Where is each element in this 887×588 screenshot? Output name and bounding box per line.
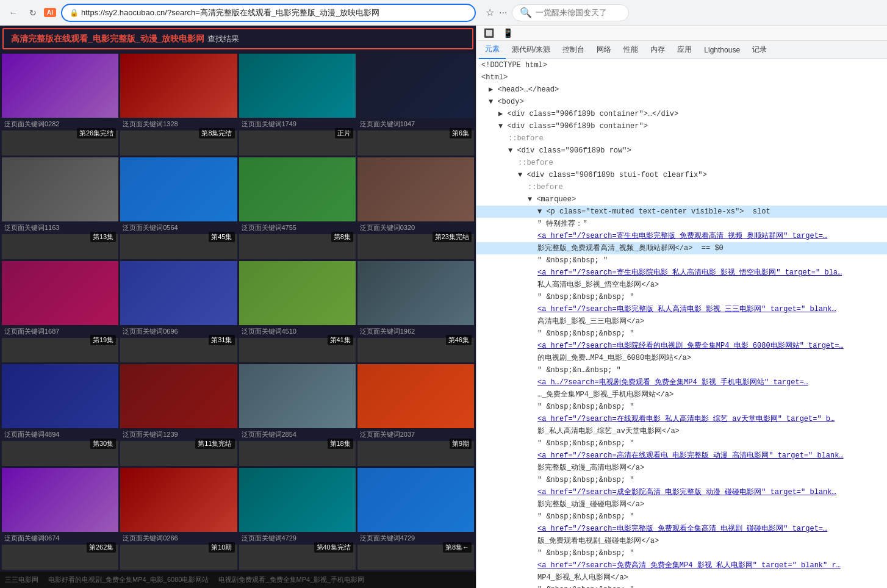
code-line: ▶ <div class="906f189b container">…</div… [476, 108, 887, 120]
video-thumbnail [357, 261, 474, 325]
code-line: " &nbsp;&nbsp;&nbsp; " [476, 584, 887, 588]
video-badge: 第11集完结 [195, 439, 234, 449]
video-badge: 第26集完结 [77, 128, 116, 138]
code-line[interactable]: 影完整版_免费观看高清_视频_奥顺站群网</a> == $0 [476, 242, 887, 254]
video-card[interactable]: 第262集泛页面关键词0674 [2, 468, 118, 570]
code-line: " &nbsp;&n…&nbsp; " [476, 364, 887, 376]
code-line: 的电视剧_免费…MP4_电影_6080电影网站</a> [476, 352, 887, 364]
video-thumbnail [239, 468, 356, 532]
video-card[interactable]: 第30集泛页面关键词4894 [2, 364, 118, 466]
bookmark-button[interactable]: ☆ [486, 7, 494, 18]
video-card[interactable]: 第40集完结泛页面关键词4729 [239, 468, 356, 570]
code-line: <a href="/?search=电影完整版_私人高清电影_影视_三三电影网"… [476, 303, 887, 315]
code-line: ▼ <div class="906f189b row"> [476, 145, 887, 157]
video-card[interactable]: 第18集泛页面关键词2854 [239, 364, 356, 466]
code-line: " &nbsp;&nbsp;&nbsp; " [476, 291, 887, 303]
code-line: <a href="/?search=寄生虫电影完整版_免费观看高清_视频_奥顺站… [476, 230, 887, 242]
code-line: <a href="/?search=在线观看电影_私人高清电影_综艺_av天堂电… [476, 413, 887, 425]
video-badge: 第41集 [328, 335, 353, 345]
video-badge: 第19集 [90, 335, 116, 345]
video-card[interactable]: 第8集←泛页面关键词4729 [357, 468, 474, 570]
code-line: " &nbsp;&nbsp;&nbsp; " [476, 328, 887, 340]
devtools-tab-------[interactable]: 源代码/来源 [506, 41, 556, 59]
code-line: " &nbsp;&nbsp;&nbsp; " [476, 547, 887, 559]
video-card[interactable]: 第13集泛页面关键词1163 [2, 157, 118, 259]
devtools-tab---[interactable]: 应用 [671, 41, 698, 59]
video-card[interactable]: 第41集泛页面关键词4510 [239, 261, 356, 363]
video-thumbnail [239, 261, 356, 325]
bottom-link[interactable]: 电视剧免费观看_免费全集MP4_影视_手机电影网 [218, 575, 364, 584]
bottom-link[interactable]: 电影好看的电视剧_免费全集MP4_电影_6080电影网站 [48, 575, 209, 584]
bottom-link[interactable]: 三三电影网 [5, 575, 38, 584]
search-input[interactable] [536, 8, 621, 17]
devtools-code-area[interactable]: <!DOCTYPE html><html>▶ <head>…</head>▼ <… [476, 59, 887, 588]
video-card[interactable]: 第10期泛页面关键词0266 [120, 468, 237, 570]
back-button[interactable]: ← [5, 4, 22, 21]
video-card[interactable]: 第45集泛页面关键词0564 [120, 157, 237, 259]
video-card[interactable]: 第8集泛页面关键词4755 [239, 157, 356, 259]
code-line: " &nbsp;&nbsp; " [476, 254, 887, 267]
video-badge: 第45集 [209, 232, 234, 242]
code-line: " &nbsp;&nbsp;&nbsp; " [476, 474, 887, 486]
devtools-tab-lighthouse[interactable]: Lighthouse [698, 41, 746, 59]
devtools-icons-row: 🔲 📱 [476, 26, 887, 41]
inspect-icon[interactable]: 🔲 [481, 27, 497, 39]
devtools-tab---[interactable]: 网络 [591, 41, 617, 59]
code-line: " &nbsp;&nbsp;&nbsp; " [476, 437, 887, 450]
code-line: <a href="/?search=成全影院高清_电影完整版_动漫_碰碰电影网"… [476, 486, 887, 498]
video-badge: 第8集← [443, 542, 472, 553]
video-badge: 第46集 [446, 335, 472, 345]
video-thumbnail [239, 157, 356, 221]
mobile-icon[interactable]: 📱 [500, 27, 515, 39]
devtools-tab---[interactable]: 性能 [617, 41, 644, 59]
search-icon: 🔍 [520, 7, 532, 18]
devtools-tab---[interactable]: 内存 [644, 41, 671, 59]
video-card[interactable]: 第6集泛页面关键词1047 [357, 54, 474, 156]
video-card[interactable]: 第31集泛页面关键词0696 [120, 261, 237, 363]
video-card[interactable]: 第26集完结泛页面关键词0282 [2, 54, 118, 156]
code-line: <a h…/?search=电视剧免费观看_免费全集MP4_影视_手机电影网站"… [476, 376, 887, 389]
video-thumbnail [357, 468, 474, 532]
search-box[interactable]: 🔍 [512, 4, 629, 21]
devtools-tab---[interactable]: 记录 [746, 41, 773, 59]
video-badge: 第9期 [450, 439, 472, 449]
search-bar: 高清完整版在线观看_电影完整版_动漫_放映电影网 查找结果 [2, 28, 473, 49]
video-card[interactable]: 第46集泛页面关键词1962 [357, 261, 474, 363]
video-thumbnail [2, 364, 118, 428]
code-line: 版_免费观看电视剧_碰碰电影网</a> [476, 535, 887, 547]
main-container: 高清完整版在线观看_电影完整版_动漫_放映电影网 查找结果 第26集完结泛页面关… [0, 26, 887, 588]
more-button[interactable]: ··· [499, 7, 507, 18]
video-card[interactable]: 第11集完结泛页面关键词1239 [120, 364, 237, 466]
code-line: <a href="/?search=免费高清_免费全集MP4_影视_私人电影网"… [476, 559, 887, 572]
video-card[interactable]: 第9期泛页面关键词2037 [357, 364, 474, 466]
video-card[interactable]: 正片泛页面关键词1749 [239, 54, 356, 156]
code-line: " &nbsp;&nbsp;&nbsp; " [476, 401, 887, 413]
code-line: " 特别推荐：" [476, 218, 887, 230]
video-thumbnail [357, 364, 474, 428]
code-line: ▼ <marquee> [476, 193, 887, 206]
video-badge: 第10期 [209, 542, 234, 553]
code-line: 影完整版_动漫_碰碰电影网</a> [476, 498, 887, 511]
video-badge: 第8集 [331, 232, 353, 242]
code-line: ::before [476, 132, 887, 145]
video-badge: 第30集 [90, 439, 116, 449]
address-bar[interactable]: 🔒 https://sy2.haocubao.cn/?search=高清完整版在… [61, 4, 476, 22]
code-line: …_免费全集MP4_影视_手机电影网站</a> [476, 389, 887, 401]
video-card[interactable]: 第23集完结泛页面关键词0320 [357, 157, 474, 259]
video-card[interactable]: 第8集完结泛页面关键词1328 [120, 54, 237, 156]
video-thumbnail [120, 157, 237, 221]
video-thumbnail [120, 364, 237, 428]
ai-badge: AI [44, 8, 56, 17]
devtools-tab---[interactable]: 元素 [479, 41, 506, 59]
code-line: <a href="/?search=高清在线观看电_电影完整版_动漫_高清电影网… [476, 450, 887, 462]
devtools-tab----[interactable]: 控制台 [556, 41, 591, 59]
forward-button[interactable]: ↻ [24, 4, 41, 21]
video-thumbnail [239, 364, 356, 428]
nav-buttons: ← ↻ AI [5, 4, 56, 21]
video-grid: 第26集完结泛页面关键词0282第8集完结泛页面关键词1328正片泛页面关键词1… [0, 52, 476, 572]
code-line: <html> [476, 71, 887, 84]
video-badge: 第18集 [328, 439, 353, 449]
video-card[interactable]: 第19集泛页面关键词1687 [2, 261, 118, 363]
video-thumbnail [2, 468, 118, 532]
code-line: " &nbsp;&nbsp;&nbsp; " [476, 511, 887, 523]
